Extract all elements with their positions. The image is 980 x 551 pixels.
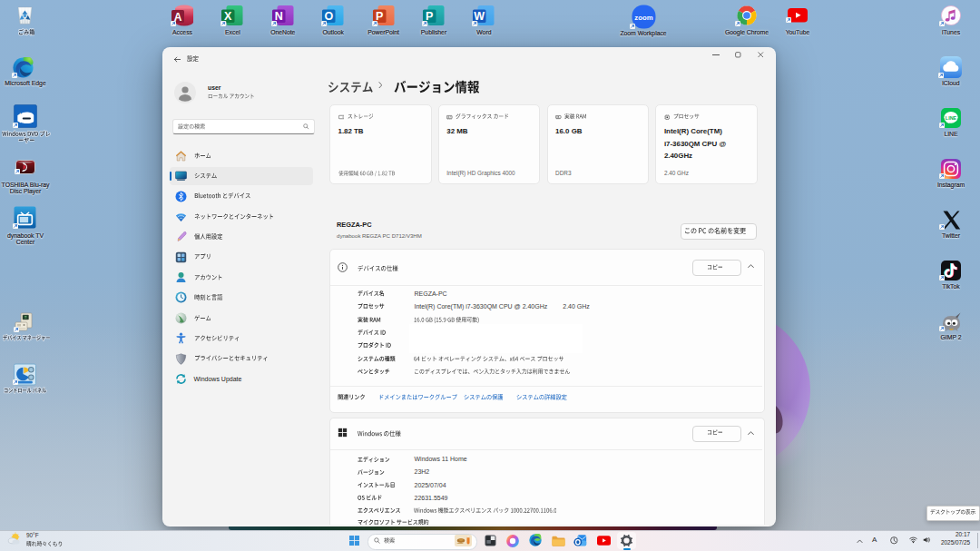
svg-text:zoom: zoom	[634, 14, 652, 22]
svg-text:LINE: LINE	[946, 115, 957, 121]
